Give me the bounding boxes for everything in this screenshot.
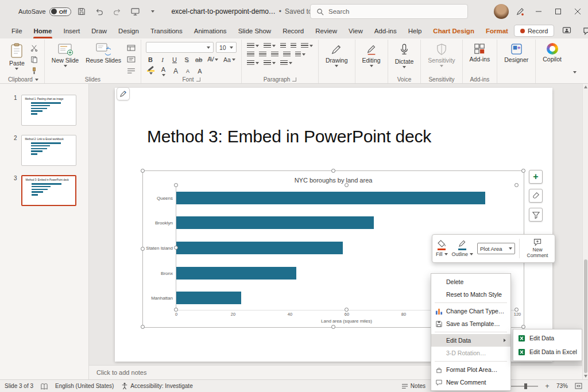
align-right-button[interactable] (271, 52, 278, 57)
selection-handle[interactable] (331, 169, 335, 173)
slide-thumbnail[interactable]: Method 1: Pasting chart as image (21, 95, 76, 126)
zoom-percent[interactable]: 73% (556, 383, 568, 389)
undo-button[interactable] (92, 4, 107, 19)
reset-slide-button[interactable] (125, 55, 137, 64)
tab-design[interactable]: Design (113, 23, 145, 38)
underline-button[interactable]: U (170, 55, 179, 64)
chart-bar-brooklyn[interactable] (176, 216, 374, 229)
present-from-beginning-button[interactable] (127, 4, 142, 19)
new-slide-button[interactable]: New Slide (48, 41, 82, 75)
slide-thumbnail[interactable]: Method 3: Embed in PowerPoint deck (21, 175, 76, 206)
fit-slide-button[interactable] (573, 381, 583, 391)
scroll-up-icon[interactable] (584, 86, 587, 88)
font-name-select[interactable] (146, 42, 214, 53)
maximize-button[interactable] (550, 3, 566, 20)
font-size-select[interactable]: 10 (216, 42, 237, 53)
text-shadow-button[interactable]: S (182, 55, 191, 64)
dialog-launcher-icon[interactable] (196, 77, 200, 81)
selection-handle[interactable] (345, 308, 349, 312)
redo-button[interactable] (110, 4, 125, 19)
zoom-slider-thumb[interactable] (524, 383, 527, 389)
proofing-button[interactable] (41, 383, 48, 390)
align-center-button[interactable] (259, 52, 266, 57)
comments-button[interactable] (579, 24, 588, 38)
zoom-in-button[interactable]: + (543, 382, 551, 390)
text-highlight-button[interactable] (146, 66, 156, 76)
notes-toggle-button[interactable]: Notes (401, 383, 425, 389)
vertical-scrollbar[interactable] (582, 84, 588, 379)
submenu-item-edit-data[interactable]: Edit Data (513, 331, 582, 345)
columns-button[interactable] (295, 52, 305, 57)
context-menu-item-new-comment[interactable]: New Comment (431, 376, 510, 389)
bullets-button[interactable] (247, 43, 259, 49)
slide-thumbnail[interactable]: Method 2: Link to Excel workbook (21, 135, 76, 166)
language-button[interactable]: English (United States) (55, 383, 114, 389)
editing-button[interactable]: Editing (359, 41, 384, 75)
tab-transitions[interactable]: Transitions (145, 23, 188, 38)
chart-bar-manhattan[interactable] (176, 292, 241, 304)
strikethrough-button[interactable]: ab (194, 55, 203, 64)
cut-button[interactable] (28, 44, 41, 53)
context-menu-item-format-plot-area[interactable]: Format Plot Area… (431, 363, 510, 376)
tab-review[interactable]: Review (310, 23, 343, 38)
dialog-launcher-icon[interactable] (292, 77, 296, 81)
scrollbar-thumb[interactable] (584, 259, 587, 373)
copilot-button[interactable]: Copilot (539, 41, 565, 75)
increase-font-size-button[interactable]: A (171, 66, 180, 76)
decrease-indent-button[interactable] (280, 43, 286, 49)
tab-draw[interactable]: Draw (86, 23, 113, 38)
copy-button[interactable] (28, 55, 41, 64)
outline-button[interactable]: Outline (452, 240, 474, 257)
tab-format[interactable]: Format (480, 23, 514, 38)
tab-add-ins[interactable]: Add-ins (369, 23, 403, 38)
format-painter-button[interactable] (28, 66, 41, 75)
ink-editor-button[interactable] (512, 4, 527, 19)
addins-button[interactable]: Add-ins (466, 41, 494, 75)
scroll-down-icon[interactable] (584, 375, 587, 378)
context-menu-item-edit-data[interactable]: Edit Data (431, 334, 510, 347)
designer-button[interactable]: Designer (501, 41, 532, 75)
change-case-button[interactable]: Aa (222, 55, 237, 64)
convert-to-smartart-button[interactable] (280, 60, 292, 66)
chart-filters-button[interactable] (529, 208, 543, 222)
sensitivity-button[interactable]: Sensitivity (424, 41, 458, 75)
chart-styles-button[interactable] (529, 189, 543, 203)
selection-handle[interactable] (141, 325, 145, 329)
chart-title[interactable]: NYC boroughs by land area (143, 177, 524, 184)
autosave-pill[interactable]: Off (49, 7, 72, 16)
chart-bar-bronx[interactable] (176, 267, 296, 280)
record-button[interactable]: Record (514, 25, 554, 37)
quick-access-customize-button[interactable] (145, 4, 160, 19)
canvas-quick-action-button[interactable] (117, 87, 130, 100)
paste-button[interactable]: Paste (6, 41, 28, 75)
accessibility-button[interactable]: Accessibility: Investigate (121, 382, 192, 390)
close-button[interactable] (570, 3, 586, 20)
save-button[interactable] (74, 4, 89, 19)
selection-handle[interactable] (174, 246, 178, 250)
dictate-button[interactable]: Dictate (392, 41, 417, 75)
tab-view[interactable]: View (343, 23, 369, 38)
character-spacing-button[interactable]: AV (206, 55, 219, 64)
font-color-button[interactable]: A (158, 66, 168, 76)
tab-slide-show[interactable]: Slide Show (233, 23, 277, 38)
selection-handle[interactable] (141, 247, 145, 251)
collapse-ribbon-button[interactable] (567, 65, 582, 80)
submenu-item-edit-data-in-excel[interactable]: Edit Data in Excel (513, 345, 582, 359)
align-text-button[interactable] (264, 60, 276, 66)
align-left-button[interactable] (247, 52, 254, 57)
selection-handle[interactable] (521, 325, 525, 329)
chart-element-select[interactable]: Plot Area (477, 243, 515, 254)
line-spacing-button[interactable] (301, 43, 313, 49)
user-avatar[interactable] (494, 4, 509, 19)
selection-handle[interactable] (141, 169, 145, 173)
tab-record[interactable]: Record (277, 23, 310, 38)
selection-handle[interactable] (345, 183, 349, 187)
context-menu-item-reset-to-match-style[interactable]: Reset to Match Style (431, 288, 510, 301)
increase-indent-button[interactable] (291, 43, 296, 49)
text-direction-button[interactable] (247, 60, 259, 66)
slide-title[interactable]: Method 3: Embed in PowerPoint deck (147, 127, 431, 146)
context-menu-item-save-as-template[interactable]: Save as Template… (431, 317, 510, 330)
tab-animations[interactable]: Animations (188, 23, 233, 38)
context-menu-item-change-chart-type[interactable]: Change Chart Type… (431, 305, 510, 317)
tab-chart-design[interactable]: Chart Design (427, 23, 480, 38)
